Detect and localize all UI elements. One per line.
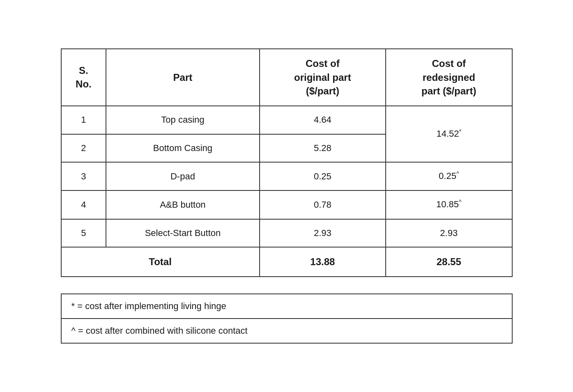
footnote-item-star: * = cost after implementing living hinge <box>62 294 512 319</box>
table-row: 4 A&B button 0.78 10.85^ <box>61 190 512 219</box>
page-container: S.No. Part Cost oforiginal part($/part) … <box>44 32 529 360</box>
cell-part: Bottom Casing <box>106 134 259 163</box>
footnote-star-text: * = cost after implementing living hinge <box>71 301 226 311</box>
cost-table: S.No. Part Cost oforiginal part($/part) … <box>61 48 513 277</box>
cell-cost-original: 0.78 <box>260 190 386 219</box>
table-row: 1 Top casing 4.64 14.52* <box>61 106 512 134</box>
cell-cost-redesigned: 2.93 <box>386 219 512 248</box>
cell-total-label: Total <box>61 247 260 277</box>
cell-sno: 2 <box>61 134 106 163</box>
footnote-caret-text: ^ = cost after combined with silicone co… <box>71 326 248 336</box>
cell-part: D-pad <box>106 162 259 190</box>
header-part: Part <box>106 49 259 106</box>
cell-part: Top casing <box>106 106 259 134</box>
cell-cost-original: 4.64 <box>260 106 386 134</box>
header-cost-redesigned: Cost ofredesignedpart ($/part) <box>386 49 512 106</box>
footnote-item-caret: ^ = cost after combined with silicone co… <box>62 319 512 343</box>
cell-part: A&B button <box>106 190 259 219</box>
cell-sno: 1 <box>61 106 106 134</box>
cell-sno: 5 <box>61 219 106 248</box>
cell-cost-original: 0.25 <box>260 162 386 190</box>
cell-total-redesigned: 28.55 <box>386 247 512 277</box>
cell-cost-redesigned: 0.25^ <box>386 162 512 190</box>
table-total-row: Total 13.88 28.55 <box>61 247 512 277</box>
cell-cost-original: 5.28 <box>260 134 386 163</box>
header-sno: S.No. <box>61 49 106 106</box>
cell-sno: 3 <box>61 162 106 190</box>
table-header-row: S.No. Part Cost oforiginal part($/part) … <box>61 49 512 106</box>
cell-cost-original: 2.93 <box>260 219 386 248</box>
cell-cost-redesigned-merged: 14.52* <box>386 106 512 163</box>
header-cost-original: Cost oforiginal part($/part) <box>260 49 386 106</box>
table-row: 5 Select-Start Button 2.93 2.93 <box>61 219 512 248</box>
cell-total-original: 13.88 <box>260 247 386 277</box>
footnote-box: * = cost after implementing living hinge… <box>61 293 513 344</box>
cell-cost-redesigned: 10.85^ <box>386 190 512 219</box>
cell-part: Select-Start Button <box>106 219 259 248</box>
cell-sno: 4 <box>61 190 106 219</box>
table-row: 3 D-pad 0.25 0.25^ <box>61 162 512 190</box>
